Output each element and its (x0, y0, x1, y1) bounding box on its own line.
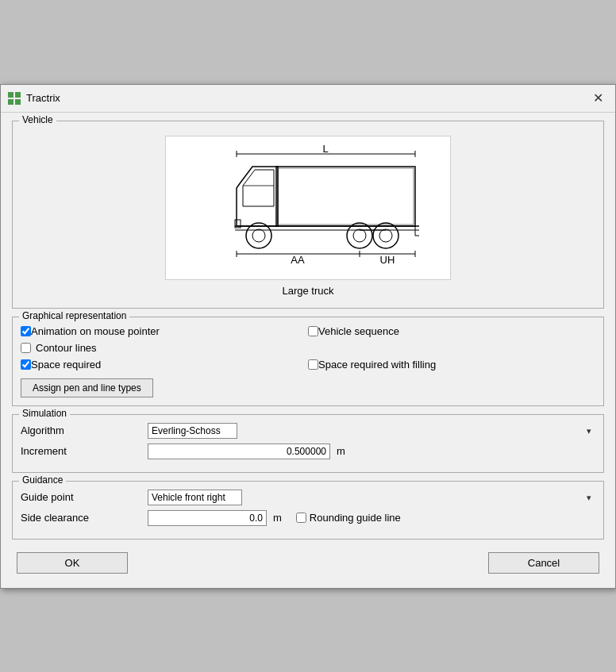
increment-row: Increment 0.500000 m (21, 444, 595, 459)
svg-text:AA: AA (291, 254, 305, 266)
side-clearance-unit: m (273, 512, 282, 524)
simulation-group: Simulation Algorithm Everling-Schoss Inc… (12, 414, 604, 473)
rounding-guide-checkbox[interactable] (296, 513, 306, 523)
svg-point-21 (379, 229, 392, 242)
vehicle-image-container: L (21, 129, 595, 300)
simulation-legend: Simulation (19, 408, 70, 419)
graphical-group: Graphical representation Animation on mo… (12, 317, 604, 406)
space-required-filling-label: Space required with filling (318, 359, 436, 371)
vehicle-sequence-label: Vehicle sequence (318, 325, 399, 337)
title-bar: Tractrix ✕ (1, 85, 615, 113)
algorithm-control: Everling-Schoss (148, 423, 595, 439)
svg-rect-0 (8, 92, 13, 98)
space-required-col: Space required (21, 359, 308, 371)
vehicle-group: Vehicle L (12, 121, 604, 309)
buttons-row: OK Cancel (12, 547, 604, 580)
increment-label: Increment (21, 445, 148, 457)
vehicle-legend: Vehicle (19, 114, 56, 125)
guide-point-row: Guide point Vehicle front right (21, 490, 595, 505)
svg-rect-9 (278, 168, 414, 225)
app-icon (7, 91, 21, 106)
truck-svg: L (189, 144, 427, 271)
guide-point-label: Guide point (21, 491, 148, 503)
space-required-label: Space required (31, 359, 101, 371)
ok-button[interactable]: OK (17, 552, 128, 574)
algorithm-select[interactable]: Everling-Schoss (148, 423, 237, 439)
increment-input[interactable]: 0.500000 (148, 444, 330, 459)
graphical-legend: Graphical representation (19, 310, 129, 321)
cancel-button[interactable]: Cancel (488, 552, 599, 574)
animation-col: Animation on mouse pointer (21, 325, 308, 337)
svg-point-17 (252, 229, 265, 242)
animation-label: Animation on mouse pointer (31, 325, 160, 337)
svg-point-18 (347, 223, 372, 248)
svg-rect-8 (276, 167, 415, 226)
space-required-row: Space required Space required with filli… (21, 359, 595, 371)
guide-point-select[interactable]: Vehicle front right (148, 490, 242, 505)
animation-row: Animation on mouse pointer Vehicle seque… (21, 325, 595, 337)
animation-checkbox[interactable] (21, 326, 31, 336)
contour-row: Contour lines (21, 342, 595, 354)
svg-point-19 (353, 229, 366, 242)
algorithm-select-wrapper: Everling-Schoss (148, 423, 595, 439)
space-filling-col: Space required with filling (308, 359, 595, 371)
side-clearance-label: Side clearance (21, 512, 148, 524)
vehicle-type-label: Large truck (282, 285, 333, 297)
vehicle-diagram: L (165, 136, 451, 280)
space-required-filling-checkbox[interactable] (308, 359, 318, 370)
svg-rect-3 (15, 99, 21, 105)
svg-rect-1 (15, 92, 21, 98)
side-clearance-row: Side clearance 0.0 m Rounding guide line (21, 510, 595, 526)
dialog-body: Vehicle L (1, 113, 615, 588)
contour-lines-label: Contour lines (36, 342, 97, 354)
guidance-legend: Guidance (19, 474, 66, 486)
side-clearance-control: 0.0 m Rounding guide line (148, 510, 595, 526)
algorithm-row: Algorithm Everling-Schoss (21, 423, 595, 439)
rounding-guide-label: Rounding guide line (310, 512, 401, 524)
contour-lines-checkbox[interactable] (21, 343, 31, 353)
vehicle-sequence-checkbox[interactable] (308, 326, 318, 336)
increment-unit: m (337, 445, 345, 457)
dialog-tractrix: Tractrix ✕ Vehicle L (0, 84, 616, 589)
increment-control: 0.500000 m (148, 444, 595, 459)
close-button[interactable]: ✕ (587, 90, 609, 107)
svg-rect-2 (8, 99, 13, 105)
svg-point-16 (246, 223, 271, 248)
guide-point-control: Vehicle front right (148, 490, 595, 505)
svg-text:UH: UH (380, 254, 395, 266)
guidance-group: Guidance Guide point Vehicle front right… (12, 481, 604, 540)
algorithm-label: Algorithm (21, 424, 148, 436)
guide-point-select-wrapper: Vehicle front right (148, 490, 595, 505)
svg-point-20 (373, 223, 398, 248)
space-required-checkbox[interactable] (21, 359, 31, 370)
dialog-title: Tractrix (26, 92, 587, 104)
svg-text:L: L (322, 144, 328, 155)
vehicle-sequence-col: Vehicle sequence (308, 325, 595, 337)
assign-pen-button[interactable]: Assign pen and line types (21, 378, 153, 397)
side-clearance-input[interactable]: 0.0 (148, 510, 267, 526)
